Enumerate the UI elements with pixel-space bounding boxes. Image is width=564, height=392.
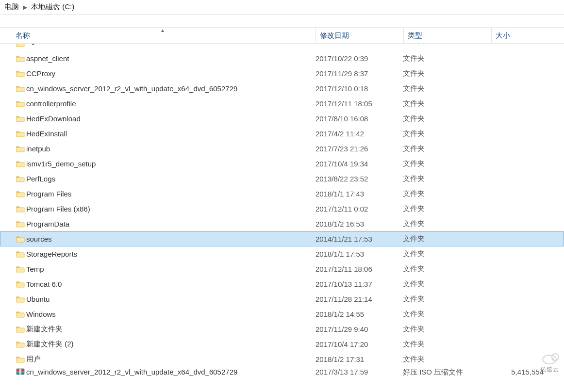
file-row[interactable]: Program Files2018/1/1 17:43文件夹 [0,186,564,201]
column-header-size[interactable]: 大小 [492,28,550,43]
file-type: 文件夹 [403,144,490,153]
file-name: HedExDownload [26,114,315,123]
file-type: 文件夹 [403,69,490,78]
file-type: 文件夹 [403,234,490,244]
file-row[interactable]: cn_windows_server_2012_r2_vl_with_update… [0,81,564,96]
file-row[interactable]: 新建文件夹 (2)2017/10/4 17:20文件夹 [0,337,564,352]
file-row[interactable]: ProgramData2018/1/2 16:53文件夹 [0,216,564,231]
file-type: 文件夹 [403,264,490,274]
file-type: 好压 ISO 压缩文件 [403,368,490,377]
folder-icon [15,295,26,303]
file-date: 2017/12/11 0:02 [315,205,403,213]
breadcrumb-item-computer[interactable]: 电脑 [2,2,21,12]
breadcrumb-separator-icon: ▶ [21,4,29,11]
breadcrumb-item-disk[interactable]: 本地磁盘 (C:) [29,2,76,12]
folder-icon [15,160,26,168]
file-name: cn_windows_server_2012_r2_vl_with_update… [26,368,315,376]
file-row[interactable]: inetpub2017/7/23 21:26文件夹 [0,141,564,156]
column-header-size-label: 大小 [496,31,510,40]
file-date: 2017/12/11 18:06 [315,44,403,51]
file-row[interactable]: aspnet_client2017/10/22 0:39文件夹 [0,51,564,66]
folder-icon [15,356,26,363]
file-row[interactable]: sources2014/11/21 17:53文件夹 [0,231,564,246]
folder-icon [15,250,26,258]
folder-icon [15,280,26,288]
file-date: 2017/11/29 8:37 [315,69,403,78]
file-list: AgileControllerMC2017/12/11 18:06文件夹aspn… [0,44,564,379]
file-date: 2017/10/22 0:39 [315,54,403,63]
file-name: PerfLogs [26,175,315,183]
file-type: 文件夹 [403,310,490,319]
file-type: 文件夹 [403,84,490,93]
file-type: 文件夹 [403,54,490,63]
file-date: 2013/8/22 23:52 [315,175,403,183]
file-date: 2017/12/11 18:05 [315,99,403,108]
file-row[interactable]: AgileControllerMC2017/12/11 18:06文件夹 [0,44,564,51]
column-header-date[interactable]: 修改日期 [316,28,403,43]
file-row[interactable]: Program Files (x86)2017/12/11 0:02文件夹 [0,201,564,216]
file-row[interactable]: Temp2017/12/11 18:06文件夹 [0,261,564,277]
file-name: aspnet_client [26,54,315,63]
column-header-name-label: 名称 [16,31,30,40]
file-date: 2017/12/11 18:06 [315,265,403,273]
folder-icon [15,265,26,273]
file-type: 文件夹 [403,44,490,51]
file-row[interactable]: ismv1r5_demo_setup2017/10/4 19:34文件夹 [0,156,564,171]
file-row[interactable]: HedExDownload2017/8/10 16:08文件夹 [0,111,564,126]
file-date: 2018/1/1 17:43 [315,190,403,198]
file-row[interactable]: CCProxy2017/11/29 8:37文件夹 [0,66,564,81]
file-name: 新建文件夹 [26,325,315,334]
file-type: 文件夹 [403,189,490,198]
file-date: 2017/11/29 9:40 [315,325,403,333]
file-name: Program Files [26,190,315,198]
file-type: 文件夹 [403,355,490,364]
file-name: Temp [26,265,315,273]
column-header-type-label: 类型 [408,31,422,40]
file-type: 文件夹 [403,219,490,229]
file-date: 2014/11/21 17:53 [315,235,403,243]
file-name: controllerprofile [26,99,315,108]
folder-icon [15,115,26,123]
folder-icon [15,310,26,318]
file-name: StorageReports [26,250,315,258]
file-row[interactable]: 新建文件夹2017/11/29 9:40文件夹 [0,322,564,337]
file-row[interactable]: Ubuntu2017/11/28 21:14文件夹 [0,292,564,307]
file-row[interactable]: PerfLogs2013/8/22 23:52文件夹 [0,171,564,186]
folder-icon [15,130,26,138]
folder-icon [15,190,26,198]
file-date: 2017/10/4 17:20 [315,340,403,348]
file-date: 2017/10/13 11:37 [315,280,403,288]
file-type: 文件夹 [403,174,490,183]
file-row[interactable]: Tomcat 6.02017/10/13 11:37文件夹 [0,277,564,292]
file-date: 2018/1/2 16:53 [315,220,403,228]
file-date: 2017/8/10 16:08 [315,114,403,123]
file-name: inetpub [26,145,315,153]
file-size: 5,415,554 [490,368,548,376]
svg-point-7 [552,359,554,361]
file-row[interactable]: cn_windows_server_2012_r2_vl_with_update… [0,367,564,379]
file-row[interactable]: StorageReports2018/1/1 17:53文件夹 [0,246,564,261]
file-row[interactable]: Windows2018/1/2 14:55文件夹 [0,307,564,322]
folder-icon [15,44,26,51]
file-name: ismv1r5_demo_setup [26,160,315,168]
file-name: 用户 [26,355,315,364]
file-type: 文件夹 [403,159,490,168]
file-type: 文件夹 [403,249,490,259]
folder-icon [15,100,26,108]
folder-icon [15,205,26,213]
file-row[interactable]: 用户2018/1/2 17:31文件夹 [0,352,564,367]
file-row[interactable]: controllerprofile2017/12/11 18:05文件夹 [0,96,564,111]
folder-icon [15,175,26,183]
file-type: 文件夹 [403,114,490,123]
file-date: 2017/3/13 17:59 [315,368,403,376]
column-header-name[interactable]: 名称 [15,28,315,43]
file-date: 2017/7/23 21:26 [315,145,403,153]
column-header-type[interactable]: 类型 [404,28,491,43]
archive-icon [15,368,26,376]
file-date: 2018/1/2 14:55 [315,310,403,318]
file-name: ProgramData [26,220,315,228]
breadcrumb[interactable]: 电脑 ▶ 本地磁盘 (C:) [0,0,564,15]
file-type: 文件夹 [403,279,490,289]
file-date: 2017/11/28 21:14 [315,295,403,303]
file-row[interactable]: HedExInstall2017/4/2 11:42文件夹 [0,126,564,141]
